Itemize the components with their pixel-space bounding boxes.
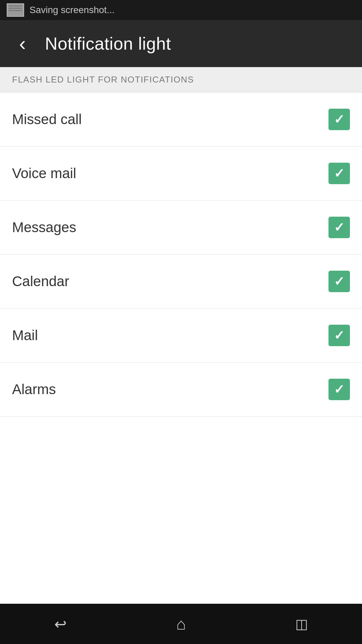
nav-home-button[interactable]: ⌂ — [161, 610, 201, 637]
status-bar: Saving screenshot... — [0, 0, 362, 20]
back-button[interactable]: ‹ — [11, 34, 34, 54]
back-arrow-icon: ‹ — [19, 34, 26, 54]
checkbox-voice-mail[interactable]: ✓ — [328, 163, 350, 184]
app-bar: ‹ Notification light — [0, 20, 362, 67]
settings-item-label-missed-call: Missed call — [12, 111, 82, 127]
settings-item-mail[interactable]: Mail✓ — [0, 309, 362, 363]
nav-recents-icon: ◫ — [295, 616, 308, 632]
screenshot-icon — [7, 3, 24, 17]
checkmark-messages: ✓ — [334, 221, 345, 234]
status-bar-text: Saving screenshot... — [29, 5, 115, 15]
settings-item-calendar[interactable]: Calendar✓ — [0, 255, 362, 309]
nav-home-icon: ⌂ — [176, 615, 186, 633]
settings-item-label-messages: Messages — [12, 219, 76, 235]
settings-item-missed-call[interactable]: Missed call✓ — [0, 93, 362, 147]
checkbox-mail[interactable]: ✓ — [328, 325, 350, 346]
settings-item-voice-mail[interactable]: Voice mail✓ — [0, 147, 362, 201]
checkmark-alarms: ✓ — [334, 383, 345, 396]
section-header-text: FLASH LED LIGHT FOR NOTIFICATIONS — [12, 74, 194, 85]
checkmark-calendar: ✓ — [334, 275, 345, 288]
nav-bar: ↩ ⌂ ◫ — [0, 604, 362, 644]
checkmark-voice-mail: ✓ — [334, 167, 345, 180]
page-title: Notification light — [45, 34, 171, 54]
settings-item-label-mail: Mail — [12, 327, 38, 343]
settings-item-label-alarms: Alarms — [12, 381, 56, 397]
settings-item-alarms[interactable]: Alarms✓ — [0, 363, 362, 417]
section-header: FLASH LED LIGHT FOR NOTIFICATIONS — [0, 67, 362, 93]
nav-back-button[interactable]: ↩ — [40, 610, 80, 637]
checkbox-calendar[interactable]: ✓ — [328, 271, 350, 292]
nav-recents-button[interactable]: ◫ — [282, 610, 322, 637]
nav-back-icon: ↩ — [54, 615, 67, 633]
checkbox-missed-call[interactable]: ✓ — [328, 109, 350, 130]
checkbox-messages[interactable]: ✓ — [328, 217, 350, 238]
settings-item-label-voice-mail: Voice mail — [12, 165, 76, 181]
settings-list: Missed call✓Voice mail✓Messages✓Calendar… — [0, 93, 362, 604]
checkmark-mail: ✓ — [334, 329, 345, 342]
settings-item-label-calendar: Calendar — [12, 273, 69, 289]
settings-item-messages[interactable]: Messages✓ — [0, 201, 362, 255]
checkmark-missed-call: ✓ — [334, 113, 345, 126]
checkbox-alarms[interactable]: ✓ — [328, 379, 350, 400]
